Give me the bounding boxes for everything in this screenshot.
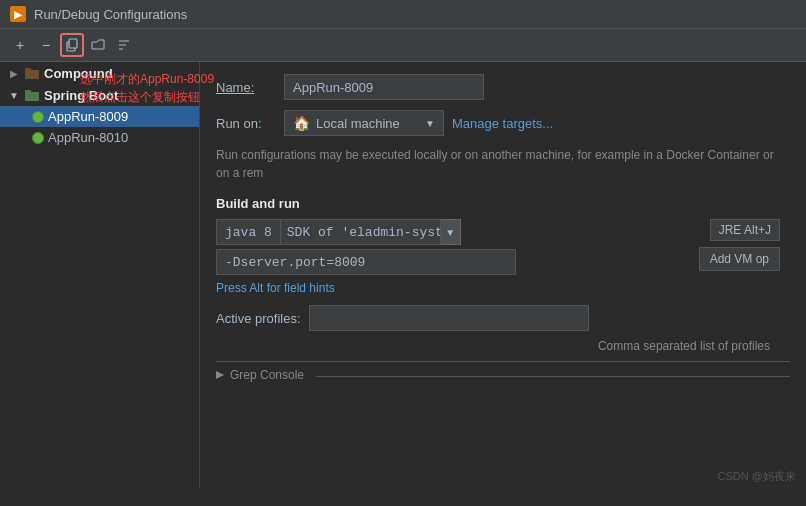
toolbar: + − bbox=[0, 29, 806, 62]
sidebar-item-apprun-8010[interactable]: AppRun-8010 bbox=[0, 127, 199, 148]
app-icon: ▶ bbox=[10, 6, 26, 22]
svg-rect-1 bbox=[69, 39, 77, 48]
copy-config-button[interactable] bbox=[60, 33, 84, 57]
sdk-dropdown-button[interactable]: ▼ bbox=[441, 219, 461, 245]
watermark: CSDN @妈夜来 bbox=[718, 469, 796, 484]
sdk-label: SDK of 'eladmin-system' bbox=[281, 219, 441, 245]
sdk-row-container: JRE Alt+J java 8 SDK of 'eladmin-system'… bbox=[216, 219, 790, 245]
svg-marker-9 bbox=[216, 371, 224, 379]
sidebar-item-spring-boot[interactable]: ▼ Spring Boot bbox=[0, 84, 199, 106]
active-profiles-row: Active profiles: bbox=[216, 305, 790, 331]
right-panel: Name: Run on: 🏠 Local machine ▼ Manage t… bbox=[200, 62, 806, 488]
add-config-button[interactable]: + bbox=[8, 33, 32, 57]
folder-button[interactable] bbox=[86, 33, 110, 57]
sdk-row: java 8 SDK of 'eladmin-system' ▼ bbox=[216, 219, 790, 245]
main-layout: ▶ Compound ▼ Spring Boot AppRun-8009 App… bbox=[0, 62, 806, 488]
compound-label: Compound bbox=[44, 66, 113, 81]
svg-rect-6 bbox=[25, 68, 31, 71]
apprun-8009-label: AppRun-8009 bbox=[48, 109, 128, 124]
java-version-label: java 8 bbox=[216, 219, 281, 245]
compound-folder-icon bbox=[24, 65, 40, 81]
svg-rect-5 bbox=[25, 70, 39, 79]
sidebar-item-apprun-8009[interactable]: AppRun-8009 bbox=[0, 106, 199, 127]
spring-boot-arrow: ▼ bbox=[8, 89, 20, 101]
name-row: Name: bbox=[216, 74, 790, 100]
local-machine-text: Local machine bbox=[316, 116, 400, 131]
compound-arrow: ▶ bbox=[8, 67, 20, 79]
title-bar: ▶ Run/Debug Configurations bbox=[0, 0, 806, 29]
add-vm-options-popup: Add VM op bbox=[699, 247, 780, 271]
name-input[interactable] bbox=[284, 74, 484, 100]
field-hints-text: Press Alt for field hints bbox=[216, 281, 790, 295]
name-label: Name: bbox=[216, 80, 276, 95]
comma-hint-text: Comma separated list of profiles bbox=[216, 339, 790, 353]
svg-rect-7 bbox=[25, 92, 39, 101]
grep-console-section: Grep Console bbox=[216, 361, 790, 382]
dropdown-chevron-icon: ▼ bbox=[425, 118, 435, 129]
grep-console-label: Grep Console bbox=[230, 368, 304, 382]
sidebar-item-compound[interactable]: ▶ Compound bbox=[0, 62, 199, 84]
run-on-row: Run on: 🏠 Local machine ▼ Manage targets… bbox=[216, 110, 790, 136]
remove-config-button[interactable]: − bbox=[34, 33, 58, 57]
active-profiles-input[interactable] bbox=[309, 305, 589, 331]
house-icon: 🏠 bbox=[293, 115, 310, 131]
grep-divider bbox=[316, 376, 790, 377]
description-text: Run configurations may be executed local… bbox=[216, 146, 790, 182]
active-profiles-label: Active profiles: bbox=[216, 311, 301, 326]
spring-boot-label: Spring Boot bbox=[44, 88, 118, 103]
apprun-8009-icon bbox=[32, 111, 44, 123]
dialog-title: Run/Debug Configurations bbox=[34, 7, 187, 22]
build-run-section: Build and run JRE Alt+J java 8 SDK of 'e… bbox=[216, 196, 790, 295]
run-on-dropdown[interactable]: 🏠 Local machine ▼ bbox=[284, 110, 444, 136]
build-run-title: Build and run bbox=[216, 196, 790, 211]
sort-button[interactable] bbox=[112, 33, 136, 57]
manage-targets-link[interactable]: Manage targets... bbox=[452, 116, 553, 131]
port-input[interactable] bbox=[216, 249, 516, 275]
run-on-label: Run on: bbox=[216, 116, 276, 131]
sidebar: ▶ Compound ▼ Spring Boot AppRun-8009 App… bbox=[0, 62, 200, 488]
grep-expand-icon bbox=[216, 371, 224, 379]
svg-rect-8 bbox=[25, 90, 31, 93]
apprun-8010-label: AppRun-8010 bbox=[48, 130, 128, 145]
spring-boot-folder-icon bbox=[24, 87, 40, 103]
apprun-8010-icon bbox=[32, 132, 44, 144]
